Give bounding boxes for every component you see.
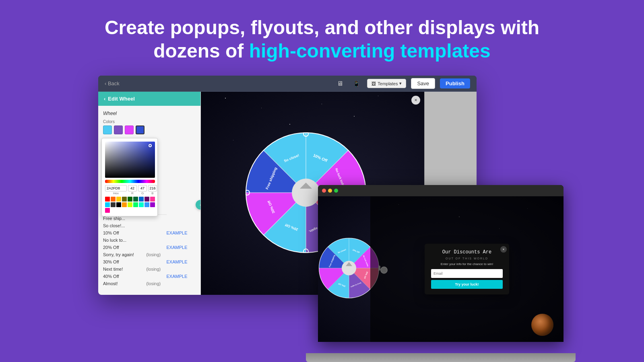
sidebar: ‹ Edit Wheel Wheel Colors Slices <box>98 92 201 295</box>
mobile-icon[interactable]: 📱 <box>351 80 362 88</box>
star2 <box>261 108 262 108</box>
slice-row: 10% OffEXAMPLE <box>103 229 196 237</box>
back-button[interactable]: ‹ Back <box>105 80 120 86</box>
popup-cta-button[interactable]: Try your luck! <box>431 280 503 289</box>
maximize-dot[interactable] <box>334 189 338 193</box>
example-link[interactable]: EXAMPLE <box>167 259 188 264</box>
swatch-blue[interactable] <box>136 125 144 134</box>
slices-table-container: Label Free ship... So close!... 10% OffE… <box>98 208 200 287</box>
color-inputs: Hex R G B <box>105 185 154 195</box>
popup-close-button[interactable]: × <box>500 246 507 253</box>
palette-teal[interactable] <box>139 202 144 207</box>
sidebar-body: Wheel Colors Slices ✏ Configure <box>98 106 200 161</box>
star1 <box>225 98 226 99</box>
palette-olive[interactable] <box>122 197 127 202</box>
popup-body: Enter your info for the chance to win! <box>431 262 503 266</box>
close-button[interactable]: × <box>411 96 420 105</box>
palette-yellow[interactable] <box>116 197 121 202</box>
back-chevron-icon: ‹ <box>104 96 105 102</box>
slice-row: Next time!(losing) <box>103 265 196 273</box>
headline-line2: dozens of high-converting templates <box>8 39 636 63</box>
r-label: R <box>128 191 137 195</box>
slice-row: Almost!(losing) <box>103 280 196 287</box>
popup-title-line1: Our Discounts Are <box>431 249 503 256</box>
b-input[interactable] <box>148 185 157 191</box>
palette-green[interactable] <box>128 197 132 202</box>
g-input[interactable] <box>138 185 147 191</box>
palette-light-green[interactable] <box>133 202 138 207</box>
star7 <box>378 96 378 96</box>
popup-email-input[interactable] <box>431 269 503 278</box>
star6 <box>354 116 355 117</box>
palette-dark-gray[interactable] <box>111 202 116 207</box>
hex-input-group: Hex <box>105 185 127 195</box>
slices-table: Label Free ship... So close!... 10% OffE… <box>103 208 196 287</box>
laptop-moon <box>531 314 553 336</box>
g-label: G <box>138 191 147 195</box>
hex-input[interactable] <box>105 185 127 191</box>
colors-label: Colors <box>103 119 196 124</box>
slice-row: No luck to... <box>103 237 196 244</box>
templates-button[interactable]: 🖼 Templates ▾ <box>367 79 406 88</box>
save-button[interactable]: Save <box>411 78 435 89</box>
color-swatches <box>103 125 196 134</box>
color-palette <box>105 197 155 213</box>
color-picker-popup[interactable]: Hex R G B <box>101 138 158 216</box>
headline-area: Create popups, flyouts, and other displa… <box>0 0 644 70</box>
g-input-group: G <box>138 185 147 195</box>
popup-subtitle: OUT OF THIS WORLD <box>431 257 503 260</box>
palette-pink[interactable] <box>150 197 155 202</box>
popup-box: × Our Discounts Are OUT OF THIS WORLD En… <box>425 244 509 294</box>
laptop-base <box>306 353 576 362</box>
laptop-bezel <box>318 185 564 196</box>
palette-red[interactable] <box>105 197 110 202</box>
swatch-pink[interactable] <box>125 125 134 134</box>
slice-row: 30% OffEXAMPLE <box>103 258 196 265</box>
sidebar-header: ‹ Edit Wheel <box>98 92 200 106</box>
col-example-header <box>167 208 196 215</box>
palette-lime[interactable] <box>128 202 132 207</box>
example-link[interactable]: EXAMPLE <box>167 245 188 250</box>
slice-row: Sorry, try again!(losing) <box>103 251 196 258</box>
image-icon: 🖼 <box>372 81 376 86</box>
slice-row: 40% OffEXAMPLE <box>103 273 196 280</box>
r-input[interactable] <box>128 185 137 191</box>
slice-row: So close!... <box>103 222 196 229</box>
palette-light-orange[interactable] <box>122 202 127 207</box>
palette-black[interactable] <box>116 202 121 207</box>
palette-cyan[interactable] <box>105 202 110 207</box>
example-link[interactable]: EXAMPLE <box>167 274 188 279</box>
palette-light-blue[interactable] <box>144 202 149 207</box>
section-title: Wheel <box>103 111 196 116</box>
swatch-cyan[interactable] <box>103 125 112 134</box>
laptop-screen: Free shipping So close! 10% Off No luck … <box>318 185 564 342</box>
hue-slider[interactable] <box>105 180 155 183</box>
browser-toolbar: ‹ Back 🖥 📱 🖼 Templates ▾ Save Publish <box>98 76 477 92</box>
palette-dark-green[interactable] <box>133 197 138 202</box>
palette-blue[interactable] <box>139 197 144 202</box>
color-picker-dot <box>149 144 152 147</box>
slice-row: 20% OffEXAMPLE <box>103 244 196 251</box>
r-input-group: R <box>128 185 137 195</box>
hex-label: Hex <box>105 191 127 195</box>
page-background: Create popups, flyouts, and other displa… <box>0 0 644 362</box>
b-label: B <box>148 191 157 195</box>
star4 <box>233 140 233 140</box>
palette-violet[interactable] <box>150 202 155 207</box>
star5 <box>322 104 322 104</box>
laptop-inner: Free shipping So close! 10% Off No luck … <box>318 196 564 342</box>
palette-orange[interactable] <box>111 197 116 202</box>
chevron-down-icon: ▾ <box>399 81 402 86</box>
publish-button[interactable]: Publish <box>440 78 470 88</box>
minimize-dot[interactable] <box>328 189 332 193</box>
headline-line1: Create popups, flyouts, and other displa… <box>8 16 636 39</box>
swatch-purple[interactable] <box>114 125 123 134</box>
palette-purple[interactable] <box>144 197 149 202</box>
laptop-mockup: Free shipping So close! 10% Off No luck … <box>306 185 588 362</box>
example-link[interactable]: EXAMPLE <box>167 230 188 235</box>
close-dot[interactable] <box>322 189 326 193</box>
b-input-group: B <box>148 185 157 195</box>
desktop-icon[interactable]: 🖥 <box>334 79 346 88</box>
color-gradient[interactable] <box>105 142 155 178</box>
palette-hot-pink[interactable] <box>105 208 110 213</box>
